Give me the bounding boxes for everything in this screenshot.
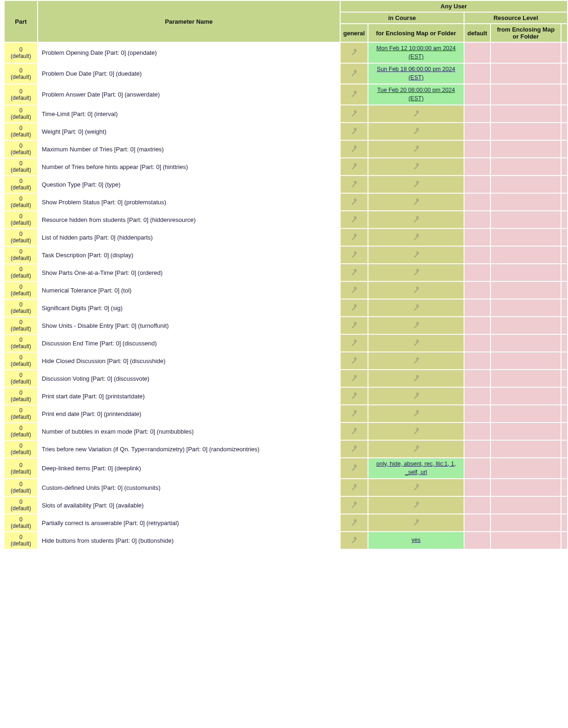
edit-icon[interactable]	[413, 251, 420, 258]
edit-icon[interactable]	[351, 110, 357, 117]
edit-icon[interactable]	[351, 145, 357, 152]
edit-icon[interactable]	[413, 501, 420, 508]
edit-icon[interactable]	[351, 428, 357, 434]
edit-icon[interactable]	[413, 428, 420, 434]
edit-icon[interactable]	[413, 375, 420, 381]
edit-icon[interactable]	[413, 410, 420, 416]
general-edit[interactable]	[341, 282, 368, 299]
enclosing-value[interactable]	[368, 176, 464, 193]
general-edit[interactable]	[341, 84, 368, 104]
value-link[interactable]: only, hide, absent, rec, ltic:1, 1, _sel…	[376, 461, 456, 475]
general-edit[interactable]	[341, 532, 368, 549]
enclosing-value[interactable]	[368, 282, 464, 299]
edit-icon[interactable]	[351, 198, 357, 205]
enclosing-value[interactable]	[368, 158, 464, 175]
enclosing-value[interactable]: Mon Feb 12 10:00:00 am 2024 (EST)	[368, 43, 464, 63]
enclosing-value[interactable]	[368, 194, 464, 210]
general-edit[interactable]	[341, 458, 368, 478]
edit-icon[interactable]	[413, 445, 420, 452]
edit-icon[interactable]	[351, 537, 357, 543]
general-edit[interactable]	[341, 141, 368, 157]
enclosing-value[interactable]	[368, 123, 464, 140]
value-link[interactable]: Tue Feb 20 08:00:00 pm 2024 (EST)	[377, 87, 455, 102]
edit-icon[interactable]	[351, 519, 357, 526]
enclosing-value[interactable]	[368, 405, 464, 422]
edit-icon[interactable]	[413, 216, 420, 222]
enclosing-value[interactable]	[368, 370, 464, 387]
edit-icon[interactable]	[351, 339, 357, 346]
enclosing-value[interactable]	[368, 335, 464, 351]
edit-icon[interactable]	[413, 304, 420, 311]
general-edit[interactable]	[341, 247, 368, 263]
edit-icon[interactable]	[351, 181, 357, 187]
enclosing-value[interactable]	[368, 264, 464, 281]
edit-icon[interactable]	[413, 181, 420, 187]
edit-icon[interactable]	[413, 163, 420, 169]
value-link[interactable]: yes	[412, 537, 420, 543]
edit-icon[interactable]	[351, 163, 357, 169]
edit-icon[interactable]	[351, 410, 357, 416]
general-edit[interactable]	[341, 423, 368, 440]
general-edit[interactable]	[341, 229, 368, 246]
general-edit[interactable]	[341, 105, 368, 122]
general-edit[interactable]	[341, 194, 368, 210]
enclosing-value[interactable]	[368, 141, 464, 157]
enclosing-value[interactable]: Tue Feb 20 08:00:00 pm 2024 (EST)	[368, 84, 464, 104]
enclosing-value[interactable]: only, hide, absent, rec, ltic:1, 1, _sel…	[368, 458, 464, 478]
edit-icon[interactable]	[413, 128, 420, 134]
enclosing-value[interactable]	[368, 514, 464, 531]
edit-icon[interactable]	[351, 49, 357, 55]
enclosing-value[interactable]	[368, 441, 464, 457]
edit-icon[interactable]	[413, 110, 420, 117]
general-edit[interactable]	[341, 211, 368, 228]
edit-icon[interactable]	[413, 322, 420, 328]
enclosing-value[interactable]: yes	[368, 532, 464, 549]
edit-icon[interactable]	[351, 322, 357, 328]
edit-icon[interactable]	[413, 286, 420, 293]
general-edit[interactable]	[341, 514, 368, 531]
general-edit[interactable]	[341, 299, 368, 316]
general-edit[interactable]	[341, 441, 368, 457]
edit-icon[interactable]	[351, 445, 357, 452]
general-edit[interactable]	[341, 43, 368, 63]
general-edit[interactable]	[341, 64, 368, 84]
enclosing-value[interactable]: Sun Feb 18 06:00:00 pm 2024 (EST)	[368, 64, 464, 84]
edit-icon[interactable]	[351, 269, 357, 275]
edit-icon[interactable]	[413, 198, 420, 205]
edit-icon[interactable]	[351, 464, 357, 471]
edit-icon[interactable]	[351, 234, 357, 240]
enclosing-value[interactable]	[368, 247, 464, 263]
edit-icon[interactable]	[351, 216, 357, 222]
enclosing-value[interactable]	[368, 229, 464, 246]
edit-icon[interactable]	[413, 484, 420, 490]
edit-icon[interactable]	[351, 304, 357, 311]
edit-icon[interactable]	[413, 357, 420, 364]
enclosing-value[interactable]	[368, 299, 464, 316]
general-edit[interactable]	[341, 176, 368, 193]
enclosing-value[interactable]	[368, 497, 464, 514]
edit-icon[interactable]	[351, 392, 357, 399]
general-edit[interactable]	[341, 123, 368, 140]
general-edit[interactable]	[341, 405, 368, 422]
general-edit[interactable]	[341, 370, 368, 387]
edit-icon[interactable]	[413, 339, 420, 346]
edit-icon[interactable]	[351, 484, 357, 490]
general-edit[interactable]	[341, 479, 368, 496]
edit-icon[interactable]	[413, 145, 420, 152]
enclosing-value[interactable]	[368, 423, 464, 440]
edit-icon[interactable]	[351, 375, 357, 381]
edit-icon[interactable]	[413, 519, 420, 526]
edit-icon[interactable]	[351, 128, 357, 134]
enclosing-value[interactable]	[368, 105, 464, 122]
general-edit[interactable]	[341, 158, 368, 175]
edit-icon[interactable]	[413, 234, 420, 240]
edit-icon[interactable]	[351, 91, 357, 97]
value-link[interactable]: Mon Feb 12 10:00:00 am 2024 (EST)	[376, 45, 456, 60]
edit-icon[interactable]	[413, 269, 420, 275]
edit-icon[interactable]	[413, 392, 420, 399]
general-edit[interactable]	[341, 264, 368, 281]
enclosing-value[interactable]	[368, 317, 464, 334]
general-edit[interactable]	[341, 497, 368, 514]
enclosing-value[interactable]	[368, 479, 464, 496]
edit-icon[interactable]	[351, 251, 357, 258]
